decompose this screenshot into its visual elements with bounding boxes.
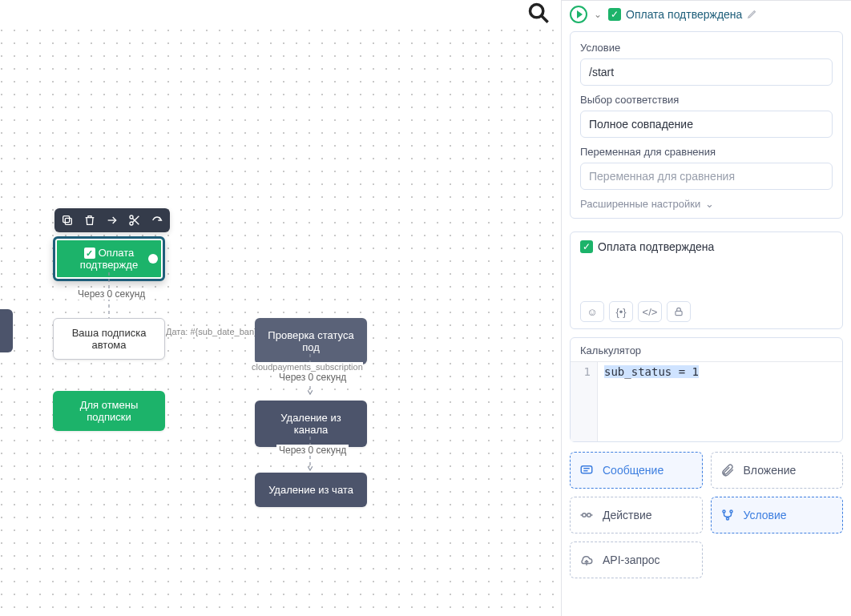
panel-title: ✓ Оплата подтверждена [608,8,758,22]
cloud-icon [579,552,595,568]
button-label: Вложение [744,464,797,477]
node-label: Для отмены подписки [80,399,139,423]
chevron-down-icon: ⌄ [705,198,714,210]
calculator-block: Калькулятор 1 sub_status = 1 [570,337,843,442]
preview-text: Оплата подтверждена [598,240,714,253]
condition-button[interactable]: Условие [711,497,844,533]
canvas-top-mask [0,0,559,28]
button-label: Действие [603,509,652,521]
button-label: Условие [744,509,787,521]
variable-label: Переменная для сравнения [580,146,833,158]
lock-icon[interactable] [667,301,691,322]
insert-variable-icon[interactable]: {•} [609,301,633,322]
edge-annotation-date: Дата: #{sub_date_ban} [166,327,257,336]
node-label: Удаление из чата [268,484,353,496]
share-icon[interactable] [149,211,165,229]
edge-annotation-cp: cloudpayments_subscription [252,362,363,372]
node-remove-channel[interactable]: Удаление из канала [255,401,367,447]
svg-line-1 [542,16,548,22]
message-icon [579,462,595,478]
match-select[interactable]: Полное совпадение [580,111,833,138]
action-button[interactable]: Действие [570,497,703,533]
svg-point-16 [583,513,587,517]
svg-rect-13 [581,466,592,473]
svg-point-6 [130,222,133,225]
node-label: Ваша подписка автома [72,327,147,351]
check-icon: ✓ [608,8,621,21]
offscreen-node-slice [0,309,13,352]
condition-form: Условие Выбор соответствия Полное совпад… [570,31,843,219]
message-preview: ✓ Оплата подтверждена ☺ {•} </> [570,232,843,329]
svg-point-21 [730,510,732,513]
node-label: Удаление из канала [280,412,341,436]
panel-header: ⌄ ✓ Оплата подтверждена [562,1,851,28]
node-payment-confirmed[interactable]: ✓Оплата подтвержде [53,236,165,281]
check-icon: ✓ [84,248,95,259]
branch-icon [720,507,736,523]
copy-icon[interactable] [59,211,75,229]
node-label: Проверка статуса под [268,329,353,353]
node-output-port[interactable] [148,254,158,264]
edge-label: Через 0 секунд [276,445,349,456]
api-request-button[interactable]: API-запрос [570,542,703,578]
calculator-label: Калькулятор [580,344,833,356]
action-buttons: Сообщение Вложение Действие Условие API-… [570,452,843,578]
scissors-icon[interactable] [127,211,143,229]
panel-title-text: Оплата подтверждена [626,8,742,21]
match-label: Выбор соответствия [580,94,833,106]
attachment-button[interactable]: Вложение [711,452,844,489]
svg-point-0 [530,5,543,18]
node-cancel-subscription[interactable]: Для отмены подписки [53,391,165,431]
node-check-status[interactable]: Проверка статуса под [255,318,367,364]
arrow-right-icon[interactable] [104,211,120,229]
svg-point-22 [726,517,728,520]
svg-point-17 [587,513,591,517]
message-button[interactable]: Сообщение [570,452,703,489]
node-subscription-auto[interactable]: Ваша подписка автома [53,318,165,360]
side-panel: ⌄ ✓ Оплата подтверждена Условие Выбор со… [561,0,851,616]
svg-rect-2 [65,218,71,224]
code-line: sub_status = 1 [604,365,699,378]
node-remove-chat[interactable]: Удаление из чата [255,473,367,507]
svg-rect-3 [63,216,70,223]
pencil-icon[interactable] [747,8,758,22]
check-icon: ✓ [580,240,593,253]
line-number: 1 [571,362,598,441]
editor-toolbar: ☺ {•} </> [580,301,691,322]
button-label: Сообщение [603,464,663,477]
edge-label: Через 0 секунд [276,372,349,383]
trash-icon[interactable] [82,211,98,229]
advanced-settings-toggle[interactable]: Расширенные настройки ⌄ [580,198,833,210]
search-icon[interactable] [527,2,550,24]
svg-point-20 [723,510,725,513]
node-toolbar [54,208,170,232]
condition-input[interactable] [580,58,833,86]
svg-point-5 [130,215,133,219]
run-button[interactable] [570,6,587,23]
code-icon[interactable]: </> [638,301,662,322]
action-icon [579,507,595,523]
condition-label: Условие [580,42,833,54]
emoji-icon[interactable]: ☺ [580,301,604,322]
svg-rect-12 [676,311,682,315]
attachment-icon [720,462,736,478]
edge-label: Через 0 секунд [75,288,147,300]
variable-input[interactable] [580,163,833,190]
chevron-down-icon[interactable]: ⌄ [594,9,602,20]
code-editor[interactable]: 1 sub_status = 1 [571,361,842,441]
flow-canvas[interactable]: ✓Оплата подтвержде Через 0 секунд Ваша п… [0,0,559,616]
button-label: API-запрос [603,554,660,566]
